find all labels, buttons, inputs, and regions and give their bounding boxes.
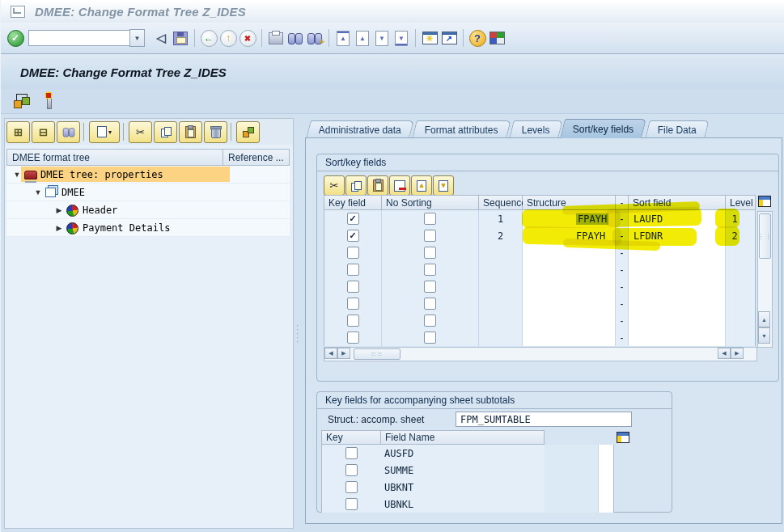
tree-node-header[interactable]: ▶ Header	[6, 201, 290, 219]
paste-button[interactable]	[179, 121, 202, 143]
structure-cell[interactable]: FPAYH	[523, 227, 616, 244]
sort-field-cell[interactable]	[629, 329, 726, 346]
page-down-button[interactable]: ▼	[372, 28, 392, 48]
scrollbar-track[interactable]	[599, 445, 614, 462]
cancel-button[interactable]: ✖	[238, 28, 257, 48]
command-dropdown-button[interactable]: ▼	[129, 29, 145, 47]
last-page-button[interactable]: ▼	[392, 28, 411, 48]
swap-button[interactable]	[236, 121, 260, 143]
expand-all-button[interactable]: ⊞	[6, 121, 30, 143]
tab-administrative-data[interactable]: Administrative data	[306, 120, 414, 138]
collapse-arrow-icon[interactable]: ▼	[13, 171, 21, 179]
scrollbar-thumb[interactable]: ⋮⋮	[759, 213, 771, 259]
field-name-cell[interactable]: AUSFD	[381, 445, 545, 462]
key-field-checkbox[interactable]	[347, 331, 359, 344]
scroll-right-button[interactable]: ▶	[731, 348, 744, 359]
scrollbar-track[interactable]	[599, 462, 614, 479]
key-field-checkbox[interactable]	[347, 247, 359, 259]
tree-header-reference[interactable]: Reference ...	[223, 149, 290, 166]
column-header-field-name[interactable]: Field Name	[381, 430, 545, 445]
no-sorting-checkbox[interactable]	[424, 264, 436, 276]
structure-cell[interactable]	[523, 295, 616, 312]
column-header-level[interactable]: Level	[726, 195, 756, 210]
column-header-sort-field[interactable]: Sort field	[629, 195, 726, 210]
sort-field-cell[interactable]	[629, 244, 726, 261]
column-header-sequence[interactable]: Sequence	[479, 195, 523, 210]
key-field-checkbox[interactable]	[347, 315, 359, 327]
first-page-button[interactable]: ▲	[333, 28, 353, 48]
scrollbar-track[interactable]	[599, 496, 614, 513]
copy-button[interactable]	[154, 121, 177, 143]
paste-row-button[interactable]	[367, 175, 388, 196]
tab-levels[interactable]: Levels	[509, 120, 562, 138]
no-sorting-checkbox[interactable]	[424, 213, 436, 225]
print-button[interactable]	[266, 28, 286, 48]
panel-splitter[interactable]: ·····	[294, 118, 303, 527]
tab-sort-key-fields[interactable]: Sort/key fields	[560, 119, 646, 138]
move-row-up-button[interactable]: ▲	[411, 175, 432, 196]
structure-cell[interactable]	[523, 278, 616, 295]
sort-field-cell[interactable]	[629, 312, 726, 329]
scrollbar-track[interactable]	[599, 479, 614, 496]
help-button[interactable]: ?	[468, 28, 487, 48]
tab-format-attributes[interactable]: Format attributes	[412, 120, 511, 138]
sort-field-cell[interactable]	[629, 278, 726, 295]
structure-cell[interactable]	[523, 261, 616, 278]
tab-file-data[interactable]: File Data	[645, 120, 710, 138]
field-name-cell[interactable]: SUMME	[381, 462, 545, 479]
table-settings-icon[interactable]	[617, 432, 629, 443]
scroll-right-button[interactable]: ▶	[337, 348, 350, 359]
enter-button[interactable]: ✓	[6, 28, 25, 48]
structure-cell[interactable]: FPAYH	[523, 210, 616, 227]
column-header-key-field[interactable]: Key field	[324, 195, 382, 210]
key-checkbox[interactable]	[345, 498, 358, 510]
field-name-cell[interactable]: UBKNT	[381, 479, 545, 496]
cut-button[interactable]: ✂	[129, 121, 152, 143]
column-header-no-sorting[interactable]: No Sorting	[382, 195, 479, 210]
sort-field-cell[interactable]	[629, 295, 726, 312]
save-button[interactable]	[171, 28, 190, 48]
column-header--[interactable]: -	[616, 195, 629, 210]
display-change-icon[interactable]	[14, 94, 32, 108]
tree-node-dmee[interactable]: ▼ DMEE	[6, 184, 290, 201]
key-field-checkbox[interactable]	[347, 264, 359, 276]
new-session-button[interactable]: ✳	[420, 28, 439, 48]
sort-field-cell[interactable]: LFDNR	[629, 227, 726, 244]
no-sorting-checkbox[interactable]	[424, 281, 436, 293]
column-header-key[interactable]: Key	[321, 430, 381, 445]
scrollbar-thumb[interactable]: ⁙⁙	[354, 348, 400, 360]
command-field[interactable]	[28, 30, 129, 46]
horizontal-scrollbar[interactable]: ◀ ▶ ⁙⁙ ◀ ▶	[324, 347, 757, 361]
scroll-left-button[interactable]: ◀	[324, 348, 337, 359]
cut-row-button[interactable]: ✂	[324, 175, 345, 196]
create-shortcut-button[interactable]: ↗	[439, 28, 459, 48]
customize-layout-button[interactable]	[487, 28, 506, 48]
key-field-checkbox[interactable]: ✓	[347, 230, 359, 242]
vertical-scrollbar[interactable]: ⋮⋮ ▲ ▼	[757, 211, 773, 348]
key-field-checkbox[interactable]	[347, 281, 359, 293]
collapse-arrow-icon[interactable]: ▼	[34, 188, 42, 196]
struct-accomp-sheet-field[interactable]: FPM_SUMTABLE	[456, 412, 632, 427]
create-node-button[interactable]: ▾	[89, 121, 120, 143]
copy-row-button[interactable]	[345, 175, 367, 196]
delete-row-button[interactable]	[389, 175, 410, 196]
table-settings-icon[interactable]	[758, 196, 771, 207]
tree-node-properties[interactable]: ▼ DMEE tree: properties	[6, 166, 290, 184]
structure-cell[interactable]	[523, 312, 616, 329]
activate-icon[interactable]	[43, 93, 54, 109]
structure-cell[interactable]	[523, 329, 616, 346]
key-checkbox[interactable]	[345, 481, 358, 493]
tree-node-payment-details[interactable]: ▶ Payment Details	[6, 219, 290, 237]
sort-field-cell[interactable]: LAUFD	[629, 210, 726, 227]
column-header-structure[interactable]: Structure	[523, 195, 616, 210]
back-button[interactable]: ←	[199, 28, 218, 48]
enter-left-button[interactable]: ◁	[151, 28, 171, 48]
structure-cell[interactable]	[523, 244, 616, 261]
key-checkbox[interactable]	[345, 447, 358, 459]
page-up-button[interactable]: ▲	[353, 28, 372, 48]
find-button[interactable]	[286, 28, 305, 48]
no-sorting-checkbox[interactable]	[424, 298, 436, 310]
key-checkbox[interactable]	[345, 464, 358, 476]
tree-header-format-tree[interactable]: DMEE format tree	[6, 149, 223, 166]
no-sorting-checkbox[interactable]	[424, 331, 436, 344]
